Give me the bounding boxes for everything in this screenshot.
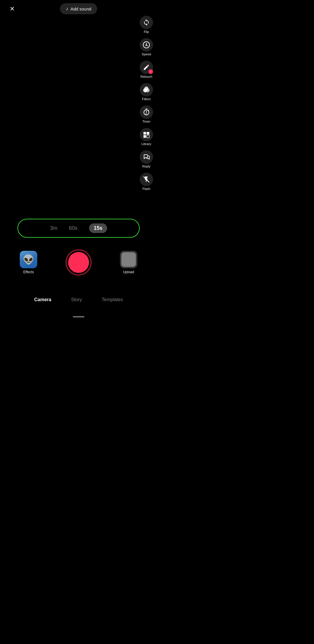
effects-label: Effects [23,270,34,274]
flip-icon-circle [140,16,153,29]
record-button[interactable] [65,249,92,276]
add-sound-label: Add sound [70,6,91,11]
speed-label: Speed [142,52,151,56]
upload-button[interactable]: Upload [120,251,137,274]
timer-icon-circle: 10 [140,105,153,119]
reply-icon-circle [140,150,153,164]
retouch-label: Retouch [141,75,152,78]
home-indicator [73,316,84,317]
duration-15s[interactable]: 15s [89,223,107,233]
effects-icon: 👽 [20,251,37,268]
effects-icon-inner: 👽 [20,251,37,268]
effects-button[interactable]: 👽 Effects [20,251,37,274]
timer-label: Timer [142,120,150,123]
alien-icon: 👽 [23,254,34,265]
bottom-nav: Camera Story Templates [0,295,157,305]
close-button[interactable]: × [6,2,19,15]
upload-icon [120,251,137,268]
library-label: Library [141,142,151,146]
svg-text:10: 10 [145,113,147,115]
speed-icon-circle: 1x [140,38,153,52]
filters-icon-circle [140,83,153,96]
speed-button[interactable]: 1x Speed [139,37,154,57]
svg-rect-8 [143,135,146,138]
svg-rect-7 [147,132,149,135]
duration-60s[interactable]: 60s [69,225,77,231]
upload-label: Upload [123,270,134,274]
nav-camera[interactable]: Camera [33,295,53,305]
svg-text:1x: 1x [145,44,148,46]
library-button[interactable]: Library [139,127,154,147]
nav-story[interactable]: Story [70,295,83,305]
nav-templates[interactable]: Templates [101,295,124,305]
duration-selector: 3m 60s 15s [17,219,140,238]
flash-button[interactable]: Flash [139,172,154,192]
retouch-badge: ✓ [148,69,153,74]
svg-rect-6 [143,132,146,135]
flash-label: Flash [143,187,150,190]
filters-button[interactable]: Filters [139,82,154,102]
reply-label: Reply [142,165,150,168]
bottom-controls: 👽 Effects Upload [0,249,157,276]
flip-label: Flip [144,30,149,33]
timer-button[interactable]: 10 Timer [139,104,154,124]
music-icon: ♪ [66,6,68,11]
svg-rect-9 [147,135,149,138]
reply-button[interactable]: Reply [139,149,154,169]
svg-point-4 [144,87,148,91]
top-bar: × ♪ Add sound [0,0,157,17]
upload-icon-inner [121,252,136,267]
flash-icon-circle [140,173,153,186]
retouch-button[interactable]: ✓ Retouch [139,59,154,80]
duration-3m[interactable]: 3m [50,225,57,231]
retouch-icon-circle: ✓ [140,61,153,74]
library-icon-circle [140,128,153,141]
flip-button[interactable]: Flip [139,15,154,35]
add-sound-button[interactable]: ♪ Add sound [60,3,97,14]
right-toolbar: Flip 1x Speed ✓ Retouch [139,15,154,192]
filters-label: Filters [142,97,151,101]
record-button-inner [68,252,89,273]
